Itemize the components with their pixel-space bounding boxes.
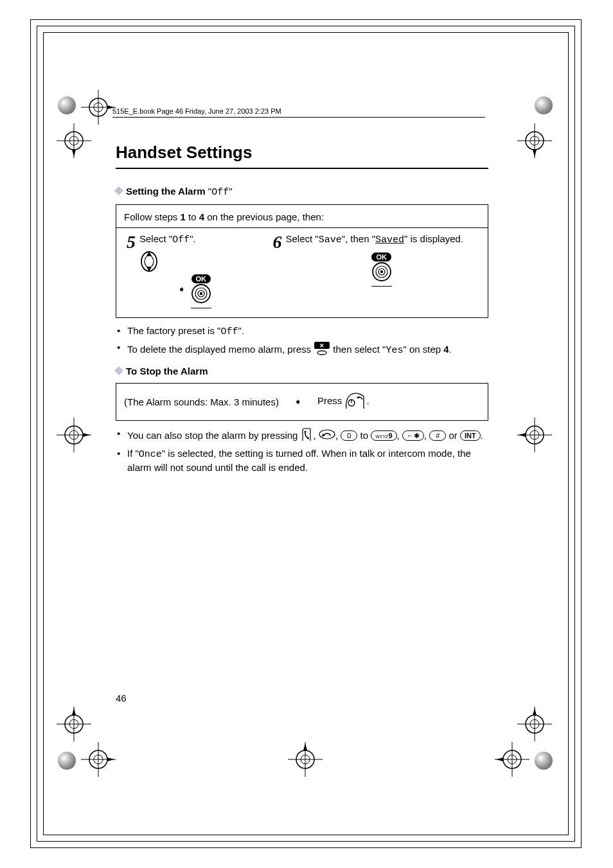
svg-marker-49 (303, 743, 307, 750)
arrow-right-icon: ➧ (294, 396, 302, 407)
svg-marker-34 (533, 708, 537, 715)
registration-crosshair-icon (517, 123, 552, 161)
registration-ball-icon (535, 96, 553, 114)
delete-softkey-icon: ✕ (314, 341, 330, 359)
arrow-right-icon: ➧ (178, 284, 186, 294)
talk-key-icon (301, 427, 314, 445)
step-number-5: 5 (127, 233, 136, 251)
note-stop-alternatives: You can also stop the alarm by pressing … (116, 427, 488, 445)
registration-ball-icon (58, 96, 76, 114)
key-star-icon: ←✱ (402, 430, 424, 441)
svg-marker-19 (83, 433, 90, 437)
key-0-icon: 0 (341, 430, 357, 441)
registration-crosshair-icon (495, 742, 529, 779)
registration-crosshair-icon (288, 742, 323, 779)
press-power-text: Press . (317, 393, 369, 411)
svg-point-51 (145, 256, 154, 267)
registration-crosshair-icon (81, 90, 116, 127)
key-hash-icon: # (429, 430, 446, 441)
alarm-duration-text: (The Alarm sounds: Max. 3 minutes) (124, 396, 279, 407)
page-number: 46 (116, 693, 127, 704)
svg-point-70 (319, 430, 335, 439)
svg-marker-14 (533, 150, 537, 157)
registration-crosshair-icon (517, 707, 552, 744)
note-once-mode: If "Once" is selected, the setting is tu… (116, 447, 488, 475)
diamond-bullet-icon (114, 366, 123, 375)
notes-list-2: You can also stop the alarm by pressing … (116, 427, 488, 475)
redial-key-icon (319, 429, 335, 443)
power-off-key-icon (344, 393, 366, 411)
svg-point-57 (200, 292, 202, 295)
note-factory-preset: The factory preset is "Off". (116, 324, 488, 339)
registration-crosshair-icon (517, 418, 552, 455)
step-number-6: 6 (272, 233, 281, 251)
step-6: 6 Select "Save", then "Saved" is display… (272, 233, 477, 308)
stop-alarm-box: (The Alarm sounds: Max. 3 minutes) ➧ Pre… (116, 383, 488, 421)
svg-point-61 (380, 270, 383, 273)
registration-crosshair-icon (57, 418, 91, 455)
svg-marker-24 (519, 433, 526, 437)
registration-ball-icon (535, 752, 553, 770)
ok-softkey-icon: OK (191, 274, 211, 283)
ok-softkey-icon: OK (371, 252, 391, 261)
registration-crosshair-icon (81, 742, 116, 779)
svg-marker-29 (72, 708, 76, 715)
step-5: 5 Select "Off". ➧ OK (127, 233, 260, 308)
note-delete-memo: To delete the displayed memo alarm, pres… (116, 341, 488, 359)
title-rule (116, 168, 488, 169)
joystick-center-icon (191, 283, 211, 304)
key-9-icon: WXYZ9 (371, 430, 396, 441)
svg-point-67 (358, 396, 360, 398)
navigator-up-down-icon (127, 251, 260, 272)
diamond-bullet-icon (114, 186, 123, 195)
registration-crosshair-icon (57, 707, 91, 744)
header-strip: 515E_E.book Page 46 Friday, June 27, 200… (112, 107, 286, 115)
svg-point-68 (304, 430, 306, 432)
section-to-stop-alarm: To Stop the Alarm (116, 366, 488, 376)
steps-intro: Follow steps 1 to 4 on the previous page… (124, 211, 480, 222)
svg-marker-39 (107, 757, 114, 761)
registration-ball-icon (58, 752, 76, 770)
page-title: Handset Settings (116, 143, 488, 163)
steps-box: Follow steps 1 to 4 on the previous page… (116, 204, 488, 318)
svg-point-64 (317, 351, 326, 355)
notes-list-1: The factory preset is "Off". To delete t… (116, 324, 488, 359)
joystick-center-icon (371, 261, 392, 282)
svg-marker-9 (72, 150, 76, 157)
section-setting-alarm-off: Setting the Alarm "Off" (116, 186, 488, 198)
svg-marker-44 (496, 757, 503, 761)
registration-crosshair-icon (57, 123, 91, 161)
svg-point-69 (307, 437, 309, 439)
page-content: Handset Settings Setting the Alarm "Off"… (116, 143, 488, 481)
header-rule (112, 117, 485, 118)
svg-text:✕: ✕ (319, 342, 324, 349)
key-int-icon: INT (460, 430, 481, 441)
